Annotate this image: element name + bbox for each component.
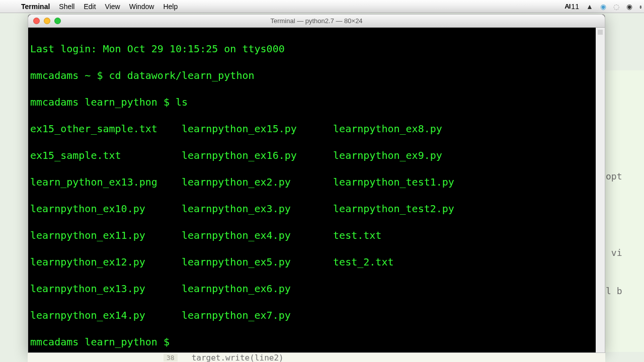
nav-arrows-icon[interactable]: ‹ › bbox=[639, 3, 640, 11]
sync-globe-icon[interactable]: ◉ bbox=[600, 3, 606, 11]
terminal-titlebar[interactable]: Terminal — python2.7 — 80×24 bbox=[28, 15, 605, 28]
terminal-window: Terminal — python2.7 — 80×24 Last login:… bbox=[28, 14, 605, 353]
updates-icon[interactable]: ◌ bbox=[613, 3, 619, 11]
zoom-button[interactable] bbox=[54, 18, 61, 24]
terminal-line: ex15_other_sample.txt learnpython_ex15.p… bbox=[28, 122, 605, 136]
menubar-app-name[interactable]: Terminal bbox=[21, 3, 50, 11]
menubar-item-shell[interactable]: Shell bbox=[59, 3, 74, 11]
terminal-line: mmcadams ~ $ cd datawork/learn_python bbox=[28, 69, 605, 82]
terminal-line: ex15_sample.txt learnpython_ex16.py lear… bbox=[28, 149, 605, 162]
adobe-menu-icon[interactable]: AI 11 bbox=[565, 3, 579, 11]
menubar-item-view[interactable]: View bbox=[105, 3, 120, 11]
editor-line-number: 38 bbox=[164, 354, 178, 361]
menubar-item-window[interactable]: Window bbox=[129, 3, 154, 11]
menubar-item-edit[interactable]: Edit bbox=[84, 3, 96, 11]
terminal-line: mmcadams learn_python $ ls bbox=[28, 96, 605, 109]
terminal-line: learnpython_ex13.py learnpython_ex6.py bbox=[28, 282, 605, 296]
background-editor-line: 38 target.write(line2) bbox=[28, 353, 605, 362]
google-drive-icon[interactable]: ▲ bbox=[586, 3, 593, 11]
terminal-content[interactable]: Last login: Mon Oct 29 10:15:25 on ttys0… bbox=[28, 28, 605, 352]
scrollbar-indicator bbox=[598, 30, 603, 35]
menubar-item-help[interactable]: Help bbox=[163, 3, 178, 11]
terminal-line: mmcadams learn_python $ bbox=[28, 335, 605, 349]
terminal-line: learnpython_ex11.py learnpython_ex4.py t… bbox=[28, 229, 605, 242]
terminal-line: learn_python_ex13.png learnpython_ex2.py… bbox=[28, 175, 605, 189]
macos-menubar: Terminal Shell Edit View Window Help AI … bbox=[0, 0, 644, 13]
terminal-window-title: Terminal — python2.7 — 80×24 bbox=[28, 17, 605, 25]
terminal-line: learnpython_ex14.py learnpython_ex7.py bbox=[28, 309, 605, 322]
terminal-line: learnpython_ex10.py learnpython_ex3.py l… bbox=[28, 202, 605, 216]
minimize-button[interactable] bbox=[44, 18, 50, 24]
background-editor-window: opt vi l b bbox=[604, 70, 644, 352]
terminal-scrollbar[interactable] bbox=[596, 28, 605, 352]
close-button[interactable] bbox=[33, 18, 40, 24]
terminal-line: learnpython_ex12.py learnpython_ex5.py t… bbox=[28, 255, 605, 269]
editor-code-fragment: target.write(line2) bbox=[192, 353, 284, 363]
evernote-icon[interactable]: ◉ bbox=[626, 3, 632, 11]
terminal-line: Last login: Mon Oct 29 10:15:25 on ttys0… bbox=[28, 42, 605, 56]
